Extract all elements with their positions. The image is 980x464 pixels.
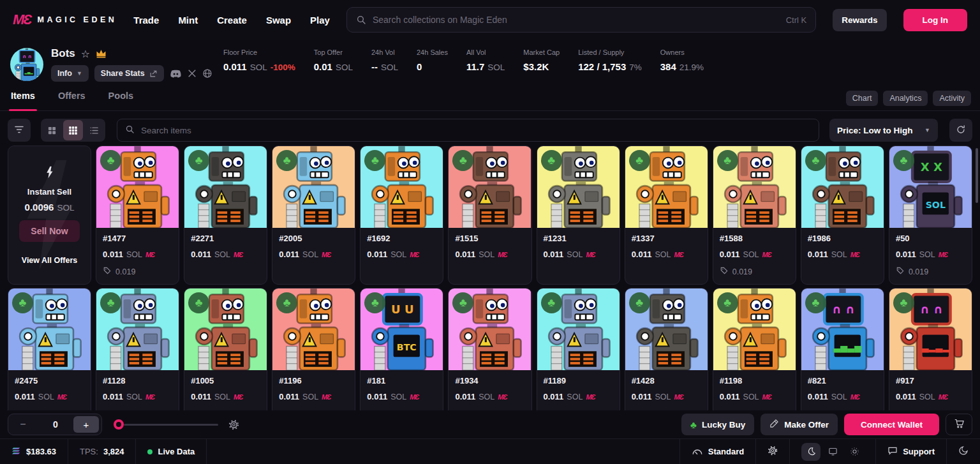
nft-card-1005[interactable]: ♣#10050.011SOLMƐ	[184, 288, 267, 427]
nft-image: ♣	[96, 146, 179, 228]
nft-name: #2475	[15, 376, 84, 385]
scrollbar-thumb[interactable]	[976, 148, 978, 203]
network-speed[interactable]: Standard	[679, 439, 755, 464]
grid-large-view-icon[interactable]	[42, 120, 62, 140]
nav-link-mint[interactable]: Mint	[178, 15, 198, 26]
collection-title-row: Bots ☆	[51, 47, 107, 60]
login-button[interactable]: Log In	[903, 9, 968, 31]
grid-small-view-icon[interactable]	[63, 120, 83, 140]
slider-settings-gear-icon[interactable]	[228, 419, 239, 430]
tps-label: TPS:	[80, 447, 98, 456]
nft-price: 0.011SOLMƐ	[15, 392, 84, 401]
discord-icon[interactable]	[170, 69, 182, 79]
nft-card-1692[interactable]: ♣#16920.011SOLMƐ	[360, 146, 443, 285]
clover-icon: ♣	[690, 419, 697, 430]
nft-card-1477[interactable]: ♣#14770.011SOLMƐ0.019	[96, 146, 179, 285]
nav-link-play[interactable]: Play	[310, 15, 330, 26]
info-dropdown[interactable]: Info ▼	[51, 65, 89, 82]
cart-button[interactable]	[946, 414, 972, 435]
system-mode-monitor-icon[interactable]	[823, 443, 842, 461]
tab-offers[interactable]: Offers	[58, 89, 85, 110]
nft-card-1196[interactable]: ♣#11960.011SOLMƐ	[272, 288, 355, 427]
magic-eden-logo[interactable]: MƐ MAGIC EDEN	[13, 11, 117, 28]
magic-eden-logo-icon: MƐ	[13, 11, 31, 28]
increase-button[interactable]: +	[73, 416, 99, 433]
nft-card-1428[interactable]: ♣#14280.011SOLMƐ	[625, 288, 708, 427]
clover-badge-icon: ♣	[188, 292, 209, 313]
magic-eden-mini-icon: MƐ	[322, 393, 330, 401]
collection-header: ∩ ∩▂▄▂ Bots ☆ Info ▼ Share Stats Floor P…	[0, 40, 980, 89]
slider-track[interactable]	[124, 424, 218, 426]
rewards-button[interactable]: Rewards	[833, 9, 886, 31]
nft-info: #11280.011SOLMƐ	[96, 370, 179, 407]
lightning-watermark	[8, 146, 91, 284]
dark-mode-moon-icon[interactable]	[801, 443, 820, 461]
nft-card-1189[interactable]: ♣#11890.011SOLMƐ	[537, 288, 620, 427]
nft-price: 0.011SOLMƐ	[191, 250, 260, 259]
light-mode-sun-icon[interactable]	[845, 443, 864, 461]
connect-wallet-button[interactable]: Connect Wallet	[844, 414, 939, 435]
magic-eden-mini-icon: MƐ	[410, 393, 419, 401]
collection-search[interactable]: Ctrl K	[346, 7, 816, 33]
website-globe-icon[interactable]	[202, 68, 212, 79]
nft-info: #9170.011SOLMƐ	[889, 370, 972, 407]
nft-card-1588[interactable]: ♣#15880.011SOLMƐ0.019	[713, 146, 796, 285]
nft-card-821[interactable]: ∩ ∩▃▅▃▅♣#8210.011SOLMƐ	[801, 288, 884, 427]
nft-card-1198[interactable]: ♣#11980.011SOLMƐ	[713, 288, 796, 427]
nft-card-1128[interactable]: ♣#11280.011SOLMƐ	[96, 288, 179, 427]
nft-price-value: 0.011	[632, 250, 652, 259]
collection-avatar[interactable]: ∩ ∩▂▄▂	[10, 48, 43, 81]
magic-eden-mini-icon: MƐ	[498, 251, 507, 258]
button-activity[interactable]: Activity	[933, 91, 971, 106]
nft-card-2475[interactable]: ♣#24750.011SOLMƐ	[8, 288, 91, 427]
nft-card-2271[interactable]: ♣#22710.011SOLMƐ	[184, 146, 267, 285]
slider-handle[interactable]	[114, 419, 124, 430]
tab-pools[interactable]: Pools	[108, 89, 133, 110]
nft-card-2005[interactable]: ♣#20050.011SOLMƐ	[272, 146, 355, 285]
filter-button[interactable]	[8, 119, 31, 142]
settings[interactable]	[755, 439, 789, 464]
nft-card-181[interactable]: U UBTC♣#1810.011SOLMƐ	[360, 288, 443, 427]
cart-icon	[954, 418, 965, 431]
nft-info: #11960.011SOLMƐ	[272, 370, 355, 407]
nav-link-trade[interactable]: Trade	[133, 15, 159, 26]
nft-name: #1934	[455, 376, 524, 385]
nft-card-1337[interactable]: ♣#13370.011SOLMƐ	[625, 146, 708, 285]
sweep-slider[interactable]	[114, 419, 239, 430]
x-twitter-icon[interactable]	[188, 69, 197, 78]
nft-card-1515[interactable]: ♣#15150.011SOLMƐ	[448, 146, 531, 285]
sort-dropdown[interactable]: Price: Low to High ▼	[829, 119, 938, 142]
share-stats-button[interactable]: Share Stats	[94, 65, 164, 82]
nft-card-1231[interactable]: ♣#12310.011SOLMƐ	[537, 146, 620, 285]
nft-price-unit: SOL	[919, 250, 935, 259]
nft-card-50[interactable]: X XSOL♣#500.011SOLMƐ0.019	[889, 146, 972, 285]
nav-link-create[interactable]: Create	[217, 15, 247, 26]
nft-price-unit: SOL	[479, 250, 494, 259]
favorite-star-icon[interactable]: ☆	[81, 48, 90, 60]
nft-card-917[interactable]: ∩ ∩▃▂▃▂♣#9170.011SOLMƐ	[889, 288, 972, 427]
nft-card-1934[interactable]: ♣#19340.011SOLMƐ	[448, 288, 531, 427]
support[interactable]: Support	[875, 439, 946, 464]
stat-24h-sales: 24h Sales0	[417, 49, 448, 72]
sort-label: Price: Low to High	[837, 126, 913, 135]
nft-price: 0.011SOLMƐ	[632, 250, 701, 259]
make-offer-button[interactable]: Make Offer	[761, 414, 838, 435]
nav-link-swap[interactable]: Swap	[266, 15, 291, 26]
button-analytics[interactable]: Analytics	[883, 91, 928, 106]
cookie-preferences[interactable]	[946, 439, 980, 464]
nft-card-1986[interactable]: ♣#19860.011SOLMƐ	[801, 146, 884, 285]
decrease-button[interactable]: −	[8, 419, 38, 430]
nft-price-unit: SOL	[302, 393, 318, 401]
refresh-button[interactable]	[949, 119, 972, 142]
items-search-input[interactable]	[141, 126, 811, 135]
nft-price-value: 0.011	[191, 392, 211, 401]
stat-label: All Vol	[466, 49, 505, 56]
brand-name: MAGIC EDEN	[37, 15, 117, 24]
magic-eden-mini-icon: MƐ	[939, 393, 947, 401]
button-chart[interactable]: Chart	[846, 91, 879, 106]
collection-search-input[interactable]	[373, 15, 780, 25]
lucky-buy-button[interactable]: ♣ Lucky Buy	[681, 414, 754, 435]
tab-items[interactable]: Items	[11, 89, 35, 110]
items-search[interactable]	[117, 119, 819, 142]
list-view-icon[interactable]	[84, 120, 104, 140]
